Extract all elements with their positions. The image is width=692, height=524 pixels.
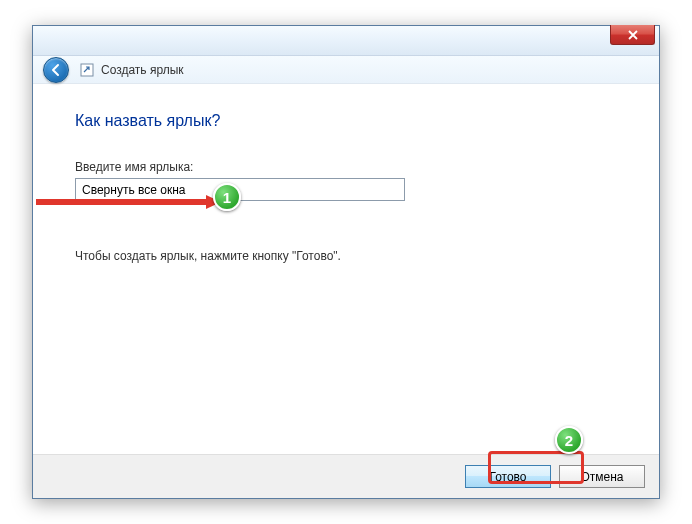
shortcut-name-input[interactable] <box>75 178 405 201</box>
finish-button[interactable]: Готово <box>465 465 551 488</box>
hint-text: Чтобы создать ярлык, нажмите кнопку "Гот… <box>75 249 617 263</box>
shortcut-icon <box>79 62 95 78</box>
titlebar <box>33 26 659 56</box>
nav-row: Создать ярлык <box>33 56 659 84</box>
arrow-left-icon <box>49 63 63 77</box>
svg-rect-0 <box>81 64 93 76</box>
wizard-window: Создать ярлык Как назвать ярлык? Введите… <box>32 25 660 499</box>
footer: Готово Отмена <box>33 454 659 498</box>
cancel-button[interactable]: Отмена <box>559 465 645 488</box>
close-button[interactable] <box>610 25 655 45</box>
content-area: Как назвать ярлык? Введите имя ярлыка: Ч… <box>33 84 659 454</box>
wizard-title: Создать ярлык <box>101 63 184 77</box>
back-button[interactable] <box>43 57 69 83</box>
finish-button-label: Готово <box>489 470 526 484</box>
field-label: Введите имя ярлыка: <box>75 160 617 174</box>
cancel-button-label: Отмена <box>580 470 623 484</box>
page-heading: Как назвать ярлык? <box>75 112 617 130</box>
close-icon <box>628 30 638 40</box>
